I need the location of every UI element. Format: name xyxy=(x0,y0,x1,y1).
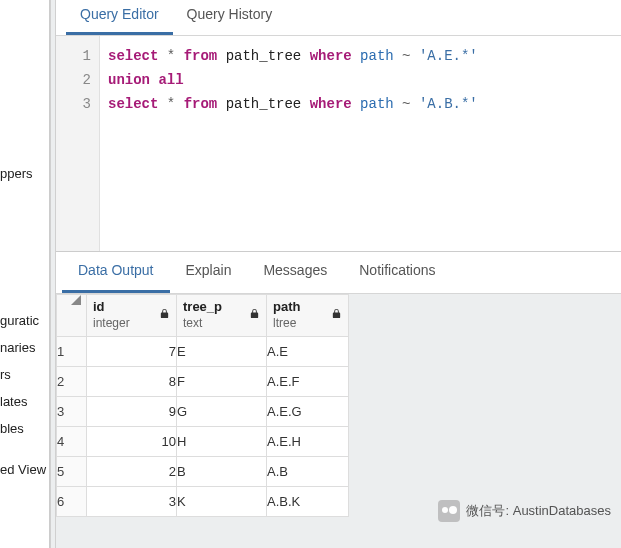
triangle-icon xyxy=(71,295,81,305)
wechat-icon xyxy=(438,500,460,522)
cell-tree_p[interactable]: B xyxy=(177,457,267,487)
lock-icon xyxy=(249,308,260,322)
line-number: 3 xyxy=(56,92,91,116)
sidebar-item[interactable]: lates xyxy=(0,388,49,415)
table-row[interactable]: 28FA.E.F xyxy=(57,367,349,397)
cell-id[interactable]: 2 xyxy=(87,457,177,487)
cell-path[interactable]: A.B xyxy=(267,457,349,487)
table-row[interactable]: 39GA.E.G xyxy=(57,397,349,427)
row-number[interactable]: 5 xyxy=(57,457,87,487)
row-number[interactable]: 6 xyxy=(57,487,87,517)
watermark: 微信号: AustinDatabases xyxy=(438,500,611,522)
code-line: select * from path_tree where path ~ 'A.… xyxy=(108,92,621,116)
code-line: select * from path_tree where path ~ 'A.… xyxy=(108,44,621,68)
row-number[interactable]: 4 xyxy=(57,427,87,457)
sidebar-item[interactable]: ppers xyxy=(0,160,49,187)
row-select-all[interactable] xyxy=(57,295,87,337)
line-number: 1 xyxy=(56,44,91,68)
cell-tree_p[interactable]: E xyxy=(177,337,267,367)
lock-icon xyxy=(331,308,342,322)
code-line: union all xyxy=(108,68,621,92)
lock-icon xyxy=(159,308,170,322)
sidebar-item[interactable]: naries xyxy=(0,334,49,361)
cell-path[interactable]: A.E.F xyxy=(267,367,349,397)
cell-id[interactable]: 8 xyxy=(87,367,177,397)
code-area[interactable]: select * from path_tree where path ~ 'A.… xyxy=(100,36,621,251)
sidebar: ppersguraticnariesrslatesblesed View xyxy=(0,0,50,548)
result-tabs: Data OutputExplainMessagesNotifications xyxy=(56,252,621,294)
cell-path[interactable]: A.E.H xyxy=(267,427,349,457)
row-number[interactable]: 3 xyxy=(57,397,87,427)
query-editor[interactable]: 123 select * from path_tree where path ~… xyxy=(56,36,621,252)
cell-id[interactable]: 7 xyxy=(87,337,177,367)
cell-id[interactable]: 9 xyxy=(87,397,177,427)
cell-path[interactable]: A.E.G xyxy=(267,397,349,427)
tab-query-history[interactable]: Query History xyxy=(173,0,287,35)
cell-id[interactable]: 10 xyxy=(87,427,177,457)
editor-tabs: Query EditorQuery History xyxy=(56,0,621,36)
main-pane: Query EditorQuery History 123 select * f… xyxy=(56,0,621,548)
table-row[interactable]: 410HA.E.H xyxy=(57,427,349,457)
row-number[interactable]: 2 xyxy=(57,367,87,397)
table-row[interactable]: 63KA.B.K xyxy=(57,487,349,517)
result-tab-notifications[interactable]: Notifications xyxy=(343,252,451,293)
result-tab-explain[interactable]: Explain xyxy=(170,252,248,293)
line-number: 2 xyxy=(56,68,91,92)
row-number[interactable]: 1 xyxy=(57,337,87,367)
column-header-tree_p[interactable]: tree_ptext xyxy=(177,295,267,337)
cell-tree_p[interactable]: H xyxy=(177,427,267,457)
cell-id[interactable]: 3 xyxy=(87,487,177,517)
column-header-id[interactable]: idinteger xyxy=(87,295,177,337)
sidebar-item[interactable]: ed View xyxy=(0,456,49,483)
result-grid: idintegertree_ptextpathltree 17EA.E28FA.… xyxy=(56,294,349,517)
sidebar-item[interactable]: rs xyxy=(0,361,49,388)
sidebar-item[interactable]: guratic xyxy=(0,307,49,334)
table-row[interactable]: 17EA.E xyxy=(57,337,349,367)
line-gutter: 123 xyxy=(56,36,100,251)
result-tab-messages[interactable]: Messages xyxy=(247,252,343,293)
cell-path[interactable]: A.E xyxy=(267,337,349,367)
column-header-path[interactable]: pathltree xyxy=(267,295,349,337)
sidebar-item[interactable]: bles xyxy=(0,415,49,442)
table-row[interactable]: 52BA.B xyxy=(57,457,349,487)
cell-path[interactable]: A.B.K xyxy=(267,487,349,517)
tab-query-editor[interactable]: Query Editor xyxy=(66,0,173,35)
watermark-label: 微信号: AustinDatabases xyxy=(466,502,611,520)
result-tab-data-output[interactable]: Data Output xyxy=(62,252,170,293)
cell-tree_p[interactable]: F xyxy=(177,367,267,397)
cell-tree_p[interactable]: G xyxy=(177,397,267,427)
cell-tree_p[interactable]: K xyxy=(177,487,267,517)
